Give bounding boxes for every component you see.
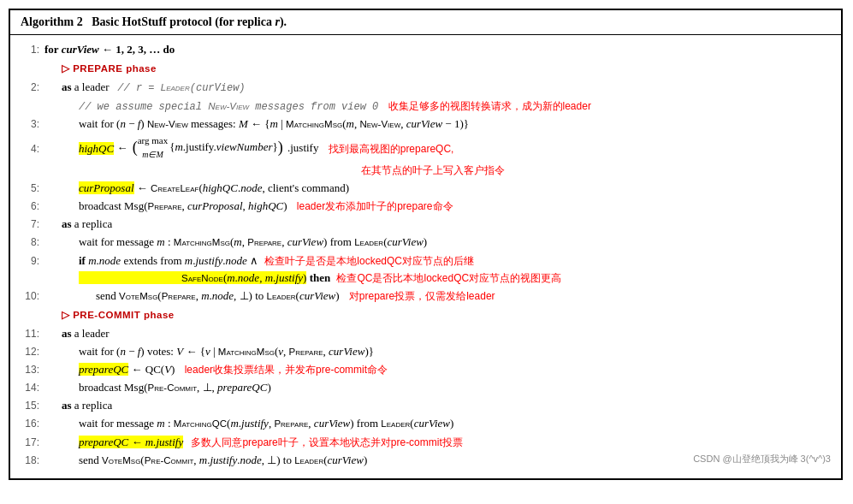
line-11: 11: as a leader <box>21 325 831 342</box>
algorithm-description: Basic HotStuff protocol (for replica r). <box>92 15 287 28</box>
line-comment: // we assume special New-View messages f… <box>21 98 831 116</box>
line-num-6: 6: <box>21 199 44 215</box>
line-num-14: 14: <box>21 380 44 396</box>
precommit-phase-label: PRE-COMMIT phase <box>21 305 831 324</box>
line-num-18: 18: <box>21 453 44 469</box>
line-16: 16: wait for message m : MatchingQC(m.ju… <box>21 415 831 432</box>
line-num-8: 8: <box>21 234 44 251</box>
line-content-9: if m.node extends from m.justify.node ∧ … <box>44 252 831 287</box>
line-num-1: 1: <box>21 42 44 58</box>
line-num-10: 10: <box>21 288 44 305</box>
line-content-2: as a leader // r = Leader(curView) <box>44 79 831 97</box>
line-num-12: 12: <box>21 344 44 360</box>
line-content-12: wait for (n − f) votes: V ← {v | Matchin… <box>44 343 831 360</box>
line-content-18: send VoteMsg(Pre-Commit, m.justify.node,… <box>44 452 831 469</box>
line-num-17: 17: <box>21 435 44 451</box>
algorithm-header: Algorithm 2 Basic HotStuff protocol (for… <box>10 10 841 35</box>
line-8: 8: wait for message m : MatchingMsg(m, P… <box>21 234 831 251</box>
line-num-7: 7: <box>21 216 44 233</box>
line-17: 17: prepareQC ← m.justify 多数人同意prepare叶子… <box>21 434 831 451</box>
line-content-10: send VoteMsg(Prepare, m.node, ⊥) to Lead… <box>44 288 831 305</box>
line-18: 18: send VoteMsg(Pre-Commit, m.justify.n… <box>21 452 831 469</box>
line-6: 6: broadcast Msg(Prepare, curProposal, h… <box>21 198 831 215</box>
line-2: 2: as a leader // r = Leader(curView) <box>21 79 831 97</box>
line-num-15: 15: <box>21 398 44 414</box>
line-9: 9: if m.node extends from m.justify.node… <box>21 252 831 287</box>
line-3: 3: wait for (n − f) New-View messages: M… <box>21 116 831 133</box>
line-content-7: as a replica <box>44 216 831 233</box>
line-5: 5: curProposal ← CreateLeaf(highQC.node,… <box>21 180 831 197</box>
line-content-17: prepareQC ← m.justify 多数人同意prepare叶子，设置本… <box>44 434 831 451</box>
line-num-13: 13: <box>21 362 44 378</box>
prepare-phase-label: PREPARE phase <box>21 59 831 78</box>
line-num-2: 2: <box>21 80 44 96</box>
line-content-3: wait for (n − f) New-View messages: M ← … <box>44 116 831 133</box>
line-content-6: broadcast Msg(Prepare, curProposal, high… <box>44 198 831 215</box>
line-12: 12: wait for (n − f) votes: V ← {v | Mat… <box>21 343 831 360</box>
line-content-8: wait for message m : MatchingMsg(m, Prep… <box>44 234 831 251</box>
line-content-5: curProposal ← CreateLeaf(highQC.node, cl… <box>44 180 831 197</box>
comment-new-view: // we assume special New-View messages f… <box>44 98 831 116</box>
line-content-15: as a replica <box>44 397 831 414</box>
watermark: CSDN @山登绝顶我为峰 3(^v^)3 <box>693 452 831 466</box>
line-num-11: 11: <box>21 326 44 342</box>
line-14: 14: broadcast Msg(Pre-Commit, ⊥, prepare… <box>21 379 831 396</box>
algorithm-title: Algorithm 2 <box>21 15 83 28</box>
line-content-13: prepareQC ← QC(V) leader收集投票结果，并发布pre-co… <box>44 361 831 378</box>
line-1: 1: for curView ← 1, 2, 3, … do <box>21 41 831 58</box>
algorithm-box: Algorithm 2 Basic HotStuff protocol (for… <box>9 9 843 480</box>
line-4: 4: highQC ← ( arg max m∈M {m.justify.vie… <box>21 133 831 179</box>
line-num-3: 3: <box>21 116 44 133</box>
line-content-4: highQC ← ( arg max m∈M {m.justify.viewNu… <box>44 133 831 179</box>
line-content-16: wait for message m : MatchingQC(m.justif… <box>44 415 831 432</box>
line-15: 15: as a replica <box>21 397 831 414</box>
line-7: 7: as a replica <box>21 216 831 233</box>
line-num-16: 16: <box>21 416 44 432</box>
line-num-5: 5: <box>21 181 44 197</box>
algorithm-body: 1: for curView ← 1, 2, 3, … do PREPARE p… <box>10 35 841 478</box>
line-13: 13: prepareQC ← QC(V) leader收集投票结果，并发布pr… <box>21 361 831 378</box>
line-num-4: 4: <box>21 141 44 157</box>
line-content-14: broadcast Msg(Pre-Commit, ⊥, prepareQC) <box>44 379 831 396</box>
line-10: 10: send VoteMsg(Prepare, m.node, ⊥) to … <box>21 288 831 305</box>
line-num-9: 9: <box>21 253 44 270</box>
line-content-11: as a leader <box>44 325 831 342</box>
line-content-1: for curView ← 1, 2, 3, … do <box>44 41 831 58</box>
